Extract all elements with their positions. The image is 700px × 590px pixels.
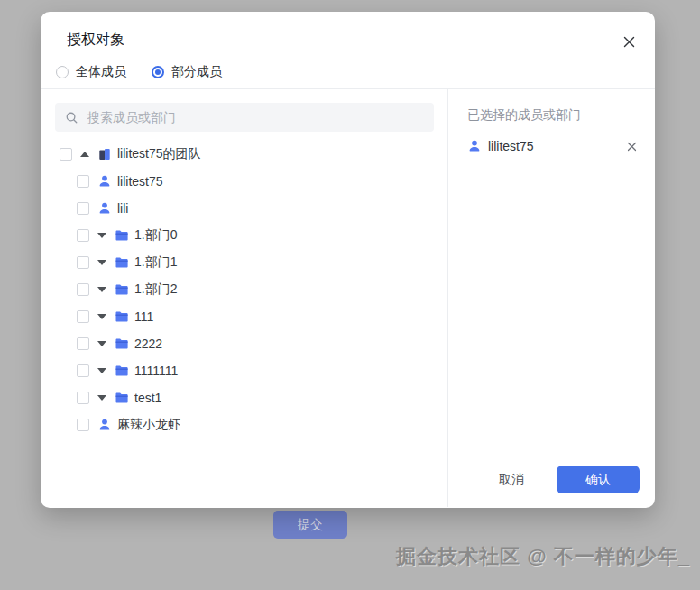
- user-icon: [97, 174, 112, 189]
- tree-checkbox[interactable]: [77, 229, 89, 242]
- tree-checkbox[interactable]: [77, 283, 89, 296]
- dialog-body: lilitest75的团队 lilitest75 lili 1.部门0: [41, 89, 655, 507]
- expand-arrow-icon[interactable]: [97, 233, 106, 238]
- tree-node-label: 1.部门1: [134, 254, 177, 271]
- tree-checkbox[interactable]: [77, 337, 89, 350]
- radio-partial-members-label: 部分成员: [171, 64, 222, 80]
- dialog-title: 授权对象: [67, 31, 124, 50]
- search-input[interactable]: [86, 109, 424, 125]
- selected-panel-header: 已选择的成员或部门: [467, 107, 637, 124]
- tree-checkbox[interactable]: [77, 175, 89, 188]
- selected-panel: 已选择的成员或部门 lilitest75 取消 确认: [448, 89, 655, 507]
- collapse-arrow-icon[interactable]: [80, 152, 89, 157]
- folder-icon: [115, 228, 129, 243]
- folder-icon: [115, 336, 129, 351]
- tree-row[interactable]: 1.部门2: [55, 276, 434, 303]
- tree-row[interactable]: test1: [55, 384, 434, 411]
- user-icon: [97, 201, 112, 216]
- tree-row[interactable]: 1.部门0: [55, 222, 434, 249]
- tree-node-label: 2222: [134, 336, 162, 351]
- user-icon: [467, 139, 482, 153]
- team-icon: [97, 147, 112, 161]
- close-icon[interactable]: [621, 33, 637, 50]
- confirm-button[interactable]: 确认: [557, 466, 640, 493]
- tree-node-label: 1.部门2: [134, 281, 177, 298]
- cancel-button[interactable]: 取消: [499, 472, 524, 488]
- radio-partial-members[interactable]: 部分成员: [152, 64, 222, 80]
- submit-button[interactable]: 提交: [273, 511, 347, 539]
- watermark-text: 掘金技术社区 @ 不一样的少年_: [396, 543, 690, 570]
- radio-all-members-label: 全体成员: [76, 64, 126, 80]
- tree-row[interactable]: 1.部门1: [55, 249, 434, 276]
- expand-arrow-icon[interactable]: [97, 260, 106, 265]
- expand-arrow-icon[interactable]: [97, 395, 106, 401]
- tree-node-label: 麻辣小龙虾: [117, 417, 180, 433]
- user-icon: [97, 418, 112, 432]
- folder-icon: [115, 309, 129, 324]
- tree-checkbox[interactable]: [77, 256, 89, 269]
- tree-checkbox[interactable]: [77, 202, 89, 215]
- dialog-footer: 取消 确认: [499, 466, 640, 493]
- tree-node-label: lili: [117, 201, 128, 216]
- tree-row[interactable]: 2222: [55, 330, 434, 357]
- folder-icon: [115, 364, 129, 378]
- tree-row[interactable]: 111: [55, 303, 434, 330]
- selected-item: lilitest75: [467, 139, 637, 153]
- tree-checkbox[interactable]: [77, 419, 89, 431]
- member-tree-panel: lilitest75的团队 lilitest75 lili 1.部门0: [41, 89, 448, 507]
- radio-all-members[interactable]: 全体成员: [56, 64, 126, 80]
- tree-node-label: 1111111: [134, 364, 178, 378]
- tree-node-label: lilitest75的团队: [117, 146, 201, 162]
- tree-checkbox[interactable]: [77, 364, 89, 377]
- search-box[interactable]: [55, 103, 434, 132]
- expand-arrow-icon[interactable]: [97, 341, 106, 346]
- tree-node-label: test1: [134, 391, 161, 405]
- expand-arrow-icon[interactable]: [97, 287, 106, 292]
- folder-icon: [115, 255, 129, 270]
- tree-row[interactable]: lilitest75: [55, 168, 434, 195]
- member-tree: lilitest75的团队 lilitest75 lili 1.部门0: [55, 141, 434, 438]
- tree-row[interactable]: 1111111: [55, 357, 434, 384]
- folder-icon: [115, 282, 129, 297]
- member-scope-radio-row: 全体成员 部分成员: [56, 64, 222, 80]
- tree-checkbox[interactable]: [77, 310, 89, 323]
- authorization-dialog: 授权对象 全体成员 部分成员: [41, 12, 655, 508]
- dialog-header: 授权对象 全体成员 部分成员: [41, 12, 655, 89]
- remove-selected-icon[interactable]: [627, 142, 637, 152]
- tree-node-label: 1.部门0: [134, 227, 177, 244]
- selected-item-label: lilitest75: [488, 139, 627, 153]
- tree-checkbox[interactable]: [60, 148, 72, 161]
- expand-arrow-icon[interactable]: [97, 368, 106, 373]
- tree-row[interactable]: 麻辣小龙虾: [55, 411, 434, 438]
- tree-checkbox[interactable]: [77, 392, 89, 404]
- tree-row[interactable]: lilitest75的团队: [55, 141, 434, 168]
- tree-node-label: lilitest75: [117, 174, 163, 189]
- expand-arrow-icon[interactable]: [97, 314, 106, 319]
- folder-icon: [115, 391, 129, 405]
- radio-checked-icon[interactable]: [152, 66, 164, 78]
- tree-row[interactable]: lili: [55, 195, 434, 222]
- tree-node-label: 111: [134, 309, 153, 324]
- search-icon: [65, 111, 78, 124]
- radio-unchecked-icon[interactable]: [56, 66, 69, 78]
